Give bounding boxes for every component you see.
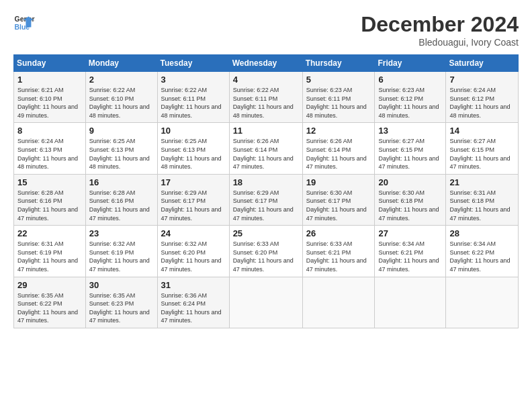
table-row: 3 Sunrise: 6:22 AMSunset: 6:11 PMDayligh… xyxy=(157,72,229,123)
day-number: 28 xyxy=(449,228,515,238)
day-info: Sunrise: 6:29 AMSunset: 6:17 PMDaylight:… xyxy=(161,189,222,222)
day-number: 10 xyxy=(161,126,226,136)
table-row: 5 Sunrise: 6:23 AMSunset: 6:11 PMDayligh… xyxy=(302,72,375,123)
table-row: 11 Sunrise: 6:26 AMSunset: 6:14 PMDaylig… xyxy=(229,123,302,174)
col-sunday: Sunday xyxy=(14,55,86,72)
day-info: Sunrise: 6:21 AMSunset: 6:10 PMDaylight:… xyxy=(17,87,78,119)
day-number: 26 xyxy=(306,228,371,238)
table-row: 10 Sunrise: 6:25 AMSunset: 6:13 PMDaylig… xyxy=(157,123,229,174)
table-row: 31 Sunrise: 6:36 AMSunset: 6:24 PMDaylig… xyxy=(157,277,229,328)
day-number: 5 xyxy=(306,75,371,85)
table-row: 9 Sunrise: 6:25 AMSunset: 6:13 PMDayligh… xyxy=(85,123,157,174)
calendar-week-row: 29 Sunrise: 6:35 AMSunset: 6:22 PMDaylig… xyxy=(14,277,519,328)
day-number: 15 xyxy=(17,177,82,187)
day-info: Sunrise: 6:28 AMSunset: 6:16 PMDaylight:… xyxy=(89,189,150,222)
calendar-week-row: 8 Sunrise: 6:24 AMSunset: 6:13 PMDayligh… xyxy=(14,123,519,174)
table-row: 26 Sunrise: 6:33 AMSunset: 6:21 PMDaylig… xyxy=(302,226,375,277)
day-number: 9 xyxy=(89,126,154,136)
day-number: 25 xyxy=(233,228,299,238)
day-number: 8 xyxy=(17,126,82,136)
empty-cell xyxy=(229,277,302,328)
table-row: 6 Sunrise: 6:23 AMSunset: 6:12 PMDayligh… xyxy=(375,72,446,123)
table-row: 24 Sunrise: 6:32 AMSunset: 6:20 PMDaylig… xyxy=(157,226,229,277)
day-info: Sunrise: 6:32 AMSunset: 6:19 PMDaylight:… xyxy=(89,240,150,273)
day-info: Sunrise: 6:25 AMSunset: 6:13 PMDaylight:… xyxy=(161,138,222,170)
calendar-week-row: 15 Sunrise: 6:28 AMSunset: 6:16 PMDaylig… xyxy=(14,174,519,225)
table-row: 14 Sunrise: 6:27 AMSunset: 6:15 PMDaylig… xyxy=(446,123,519,174)
day-number: 16 xyxy=(89,177,154,187)
table-row: 16 Sunrise: 6:28 AMSunset: 6:16 PMDaylig… xyxy=(85,174,157,225)
day-number: 7 xyxy=(449,75,515,85)
col-tuesday: Tuesday xyxy=(157,55,229,72)
day-info: Sunrise: 6:32 AMSunset: 6:20 PMDaylight:… xyxy=(161,240,222,273)
page-container: General Blue December 2024 Bledouagui, I… xyxy=(0,0,532,411)
table-row: 28 Sunrise: 6:34 AMSunset: 6:22 PMDaylig… xyxy=(446,226,519,277)
day-number: 20 xyxy=(378,177,442,187)
day-info: Sunrise: 6:22 AMSunset: 6:11 PMDaylight:… xyxy=(161,87,222,119)
day-info: Sunrise: 6:31 AMSunset: 6:18 PMDaylight:… xyxy=(449,189,510,222)
calendar: Sunday Monday Tuesday Wednesday Thursday… xyxy=(13,54,519,328)
day-info: Sunrise: 6:26 AMSunset: 6:14 PMDaylight:… xyxy=(233,138,294,170)
col-monday: Monday xyxy=(85,55,157,72)
day-info: Sunrise: 6:22 AMSunset: 6:10 PMDaylight:… xyxy=(89,87,150,119)
day-info: Sunrise: 6:27 AMSunset: 6:15 PMDaylight:… xyxy=(449,138,510,170)
table-row: 17 Sunrise: 6:29 AMSunset: 6:17 PMDaylig… xyxy=(157,174,229,225)
col-thursday: Thursday xyxy=(302,55,375,72)
logo-icon: General Blue xyxy=(13,12,35,34)
month-title: December 2024 xyxy=(361,12,519,37)
table-row: 13 Sunrise: 6:27 AMSunset: 6:15 PMDaylig… xyxy=(375,123,446,174)
day-number: 24 xyxy=(161,228,226,238)
day-info: Sunrise: 6:34 AMSunset: 6:21 PMDaylight:… xyxy=(378,240,439,273)
empty-cell xyxy=(375,277,446,328)
day-info: Sunrise: 6:25 AMSunset: 6:13 PMDaylight:… xyxy=(89,138,150,170)
day-info: Sunrise: 6:34 AMSunset: 6:22 PMDaylight:… xyxy=(449,240,510,273)
subtitle: Bledouagui, Ivory Coast xyxy=(361,37,519,48)
table-row: 12 Sunrise: 6:26 AMSunset: 6:14 PMDaylig… xyxy=(302,123,375,174)
day-info: Sunrise: 6:33 AMSunset: 6:21 PMDaylight:… xyxy=(306,240,367,273)
day-number: 2 xyxy=(89,75,154,85)
day-info: Sunrise: 6:30 AMSunset: 6:17 PMDaylight:… xyxy=(306,189,367,222)
col-wednesday: Wednesday xyxy=(229,55,302,72)
day-info: Sunrise: 6:29 AMSunset: 6:17 PMDaylight:… xyxy=(233,189,294,222)
table-row: 7 Sunrise: 6:24 AMSunset: 6:12 PMDayligh… xyxy=(446,72,519,123)
table-row: 21 Sunrise: 6:31 AMSunset: 6:18 PMDaylig… xyxy=(446,174,519,225)
day-number: 27 xyxy=(378,228,442,238)
day-info: Sunrise: 6:35 AMSunset: 6:22 PMDaylight:… xyxy=(17,292,78,324)
table-row: 25 Sunrise: 6:33 AMSunset: 6:20 PMDaylig… xyxy=(229,226,302,277)
day-number: 23 xyxy=(89,228,154,238)
table-row: 23 Sunrise: 6:32 AMSunset: 6:19 PMDaylig… xyxy=(85,226,157,277)
table-row: 19 Sunrise: 6:30 AMSunset: 6:17 PMDaylig… xyxy=(302,174,375,225)
header: General Blue December 2024 Bledouagui, I… xyxy=(13,12,519,48)
table-row: 27 Sunrise: 6:34 AMSunset: 6:21 PMDaylig… xyxy=(375,226,446,277)
day-info: Sunrise: 6:28 AMSunset: 6:16 PMDaylight:… xyxy=(17,189,78,222)
day-number: 14 xyxy=(449,126,515,136)
day-number: 12 xyxy=(306,126,371,136)
day-number: 6 xyxy=(378,75,442,85)
col-saturday: Saturday xyxy=(446,55,519,72)
empty-cell xyxy=(446,277,519,328)
day-number: 11 xyxy=(233,126,299,136)
day-info: Sunrise: 6:27 AMSunset: 6:15 PMDaylight:… xyxy=(378,138,439,170)
day-number: 17 xyxy=(161,177,226,187)
calendar-week-row: 22 Sunrise: 6:31 AMSunset: 6:19 PMDaylig… xyxy=(14,226,519,277)
day-number: 21 xyxy=(449,177,515,187)
table-row: 30 Sunrise: 6:35 AMSunset: 6:23 PMDaylig… xyxy=(85,277,157,328)
day-number: 4 xyxy=(233,75,299,85)
day-info: Sunrise: 6:24 AMSunset: 6:13 PMDaylight:… xyxy=(17,138,78,170)
table-row: 1 Sunrise: 6:21 AMSunset: 6:10 PMDayligh… xyxy=(14,72,86,123)
empty-cell xyxy=(302,277,375,328)
day-info: Sunrise: 6:33 AMSunset: 6:20 PMDaylight:… xyxy=(233,240,294,273)
day-info: Sunrise: 6:26 AMSunset: 6:14 PMDaylight:… xyxy=(306,138,367,170)
day-info: Sunrise: 6:24 AMSunset: 6:12 PMDaylight:… xyxy=(449,87,510,119)
table-row: 22 Sunrise: 6:31 AMSunset: 6:19 PMDaylig… xyxy=(14,226,86,277)
day-number: 3 xyxy=(161,75,226,85)
table-row: 2 Sunrise: 6:22 AMSunset: 6:10 PMDayligh… xyxy=(85,72,157,123)
day-info: Sunrise: 6:23 AMSunset: 6:11 PMDaylight:… xyxy=(306,87,367,119)
day-info: Sunrise: 6:30 AMSunset: 6:18 PMDaylight:… xyxy=(378,189,439,222)
day-number: 29 xyxy=(17,280,82,290)
calendar-week-row: 1 Sunrise: 6:21 AMSunset: 6:10 PMDayligh… xyxy=(14,72,519,123)
table-row: 18 Sunrise: 6:29 AMSunset: 6:17 PMDaylig… xyxy=(229,174,302,225)
day-info: Sunrise: 6:23 AMSunset: 6:12 PMDaylight:… xyxy=(378,87,439,119)
table-row: 29 Sunrise: 6:35 AMSunset: 6:22 PMDaylig… xyxy=(14,277,86,328)
day-number: 19 xyxy=(306,177,371,187)
